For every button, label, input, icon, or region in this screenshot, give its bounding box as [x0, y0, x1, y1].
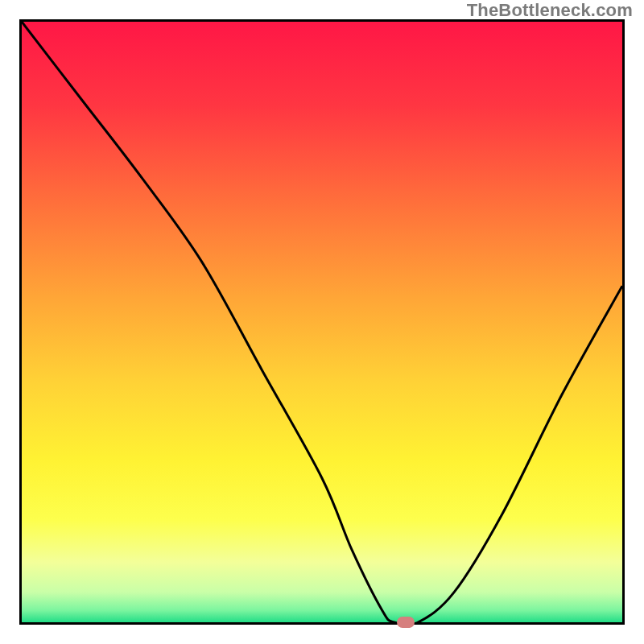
watermark-text: TheBottleneck.com — [467, 0, 633, 21]
plot-frame — [19, 19, 625, 625]
plot-background — [22, 22, 622, 622]
chart-container: TheBottleneck.com — [0, 0, 644, 644]
plot-svg — [22, 22, 622, 622]
highlight-marker — [397, 617, 415, 628]
